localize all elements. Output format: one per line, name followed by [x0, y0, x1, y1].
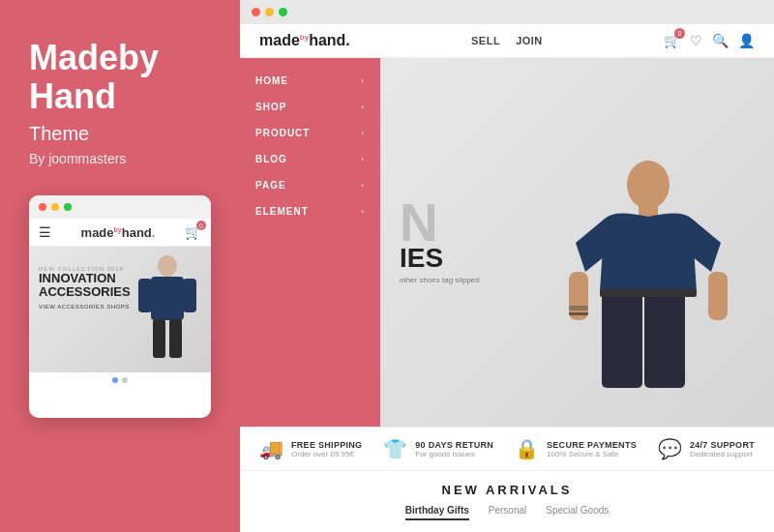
hero-text-overlay: N IES other shoes tag slipped: [400, 200, 480, 285]
svg-rect-1: [151, 277, 184, 320]
feature-support-text: 24/7 Support Dedicated support: [690, 440, 755, 458]
return-icon: 👕: [383, 437, 407, 460]
sidebar-arrow-home: ›: [361, 76, 365, 85]
sidebar-item-blog[interactable]: BLOG ›: [240, 146, 380, 172]
sidebar-arrow-element: ›: [361, 207, 365, 216]
svg-rect-5: [169, 319, 182, 358]
feature-shipping: 🚚 Free Shipping Order over 09.95€: [259, 437, 362, 460]
svg-rect-3: [183, 279, 196, 312]
slide-dot-1: [112, 377, 118, 383]
nav-sell[interactable]: SELL: [471, 35, 500, 46]
mobile-hero-link[interactable]: VIEW ACCESSORIES SHOPS: [39, 304, 131, 310]
hero-section: N IES other shoes tag slipped: [380, 58, 774, 427]
svg-rect-11: [644, 291, 685, 388]
mobile-hero-text: NEW COLLECTION 2018 INNOVATION ACCESSORI…: [39, 266, 131, 310]
site-nav: SELL JOIN: [471, 35, 543, 46]
feature-return: 👕 90 Days Return For goods Issues: [383, 437, 493, 460]
mobile-logo: madebyhand.: [81, 225, 156, 240]
mobile-hero-figure: [134, 251, 201, 368]
hero-big-n: N: [400, 200, 480, 246]
svg-rect-9: [708, 272, 728, 320]
tab-personal[interactable]: Personal: [489, 505, 526, 520]
left-panel: Madeby Hand Theme By joommasters ☰ madeb…: [0, 0, 240, 532]
svg-point-0: [158, 255, 177, 277]
mobile-hero: NEW COLLECTION 2018 INNOVATION ACCESSORI…: [29, 247, 211, 372]
cart-icon[interactable]: 🛒 0: [664, 33, 680, 48]
feature-support: 💬 24/7 Support Dedicated support: [658, 437, 755, 460]
nav-join[interactable]: JOIN: [516, 35, 543, 46]
browser-dot-red: [252, 8, 260, 16]
svg-rect-4: [153, 319, 165, 358]
svg-rect-2: [138, 279, 152, 312]
main-area: HOME › SHOP › PRODUCT › BLOG › PAGE ›: [240, 58, 774, 427]
tab-special-goods[interactable]: Special Goods: [546, 505, 609, 520]
sidebar-item-shop[interactable]: SHOP ›: [240, 94, 380, 120]
sidebar-arrow-product: ›: [361, 129, 365, 137]
hamburger-icon: ☰: [39, 224, 51, 240]
site-header: madebyhand. SELL JOIN 🛒 0 ♡ 🔍 👤: [240, 24, 774, 58]
right-panel: madebyhand. SELL JOIN 🛒 0 ♡ 🔍 👤 HOM: [240, 0, 774, 532]
mobile-hero-title: INNOVATION ACCESSORIES: [39, 272, 131, 300]
svg-rect-10: [602, 291, 642, 388]
svg-rect-12: [600, 289, 697, 297]
hero-sub-text: other shoes tag slipped: [400, 276, 480, 284]
dot-red: [39, 203, 46, 211]
shipping-icon: 🚚: [259, 437, 283, 460]
svg-point-6: [627, 161, 670, 209]
sidebar-item-home[interactable]: HOME ›: [240, 68, 380, 94]
account-icon[interactable]: 👤: [738, 33, 755, 48]
wishlist-icon[interactable]: ♡: [690, 33, 702, 48]
browser-content: madebyhand. SELL JOIN 🛒 0 ♡ 🔍 👤 HOM: [240, 24, 774, 532]
mobile-preview-card: ☰ madebyhand. 🛒 0 NEW COLLECTION 2018 IN…: [29, 195, 211, 418]
feature-shipping-text: Free Shipping Order over 09.95€: [291, 440, 362, 458]
dot-yellow: [51, 203, 59, 211]
feature-payments: 🔒 Secure Payments 100% Secure & Safe: [515, 437, 637, 460]
brand-subtitle: Theme: [29, 123, 211, 145]
features-bar: 🚚 Free Shipping Order over 09.95€ 👕 90 D…: [240, 427, 774, 470]
arrivals-tabs: Birthday Gifts Personal Special Goods: [259, 505, 755, 520]
sidebar-item-element[interactable]: ELEMENT ›: [240, 198, 380, 224]
site-logo-sup: by: [300, 33, 309, 42]
svg-rect-13: [569, 306, 588, 310]
dot-green: [64, 203, 72, 211]
browser-dot-green: [279, 8, 287, 16]
cart-badge: 0: [674, 28, 685, 39]
search-icon[interactable]: 🔍: [712, 33, 729, 48]
mobile-logo-sup: by: [114, 225, 122, 232]
sidebar-arrow-shop: ›: [361, 103, 365, 111]
site-logo: madebyhand.: [259, 32, 350, 49]
sidebar-item-page[interactable]: PAGE ›: [240, 172, 380, 198]
brand-title: Madeby Hand: [29, 39, 211, 115]
tab-birthday-gifts[interactable]: Birthday Gifts: [405, 505, 469, 520]
new-arrivals-section: NEW ARRIVALS Birthday Gifts Personal Spe…: [240, 470, 774, 532]
new-arrivals-title: NEW ARRIVALS: [259, 483, 755, 497]
support-icon: 💬: [658, 437, 682, 460]
payments-icon: 🔒: [515, 437, 539, 460]
hero-person: [551, 58, 745, 427]
brand-by: By joommasters: [29, 151, 211, 166]
mobile-slide-dots: [29, 372, 211, 388]
mobile-header: ☰ madebyhand. 🛒 0: [29, 219, 211, 247]
site-header-icons: 🛒 0 ♡ 🔍 👤: [664, 33, 755, 48]
mobile-top-bar: [29, 195, 211, 219]
slide-dot-2: [122, 377, 128, 383]
mobile-cart-icon: 🛒 0: [185, 224, 201, 240]
sidebar: HOME › SHOP › PRODUCT › BLOG › PAGE ›: [240, 58, 380, 427]
feature-return-text: 90 Days Return For goods Issues: [415, 440, 493, 458]
sidebar-arrow-page: ›: [361, 181, 365, 190]
mobile-cart-badge: 0: [196, 221, 206, 230]
browser-chrome: [240, 0, 774, 24]
sidebar-arrow-blog: ›: [361, 155, 365, 163]
browser-dot-yellow: [265, 8, 274, 16]
feature-payments-text: Secure Payments 100% Secure & Safe: [547, 440, 637, 458]
svg-rect-14: [569, 312, 588, 315]
sidebar-item-product[interactable]: PRODUCT ›: [240, 120, 380, 146]
